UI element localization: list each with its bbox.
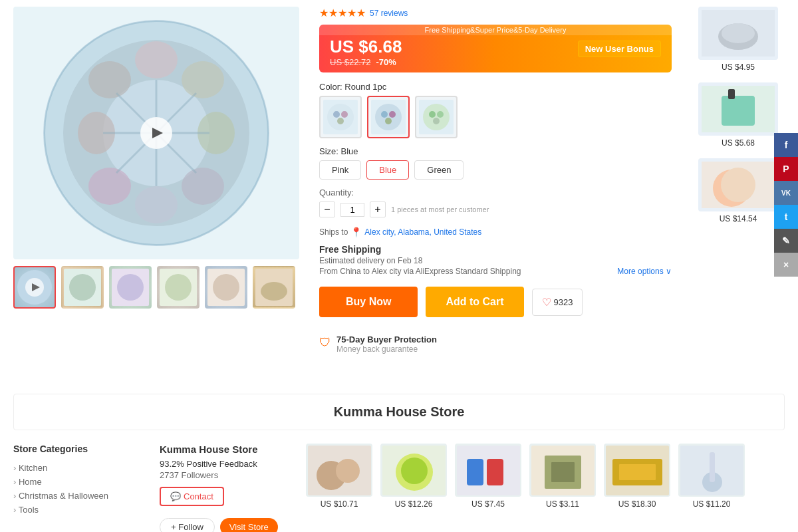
store-product-card-6[interactable]: US $11.20 (678, 444, 745, 532)
svg-point-38 (423, 104, 450, 130)
quantity-label: Quantity: (319, 188, 672, 198)
pinterest-share-button[interactable]: P (774, 157, 798, 181)
thumbnail-1[interactable] (13, 266, 56, 309)
category-kitchen[interactable]: Kitchen (13, 461, 146, 475)
buy-now-button[interactable]: Buy Now (319, 287, 418, 317)
wishlist-count: 9323 (554, 297, 573, 307)
shipping-location[interactable]: Alex city, Alabama, United States (364, 227, 481, 237)
svg-rect-58 (467, 459, 483, 485)
wishlist-button[interactable]: ♡ 9323 (532, 289, 583, 316)
review-count[interactable]: 57 reviews (370, 9, 408, 18)
image-gallery (13, 7, 299, 360)
sidebar-product-1[interactable]: US $4.95 (692, 7, 785, 72)
store-product-card-3[interactable]: US $7.45 (455, 444, 521, 532)
svg-rect-47 (728, 89, 735, 99)
svg-point-9 (135, 186, 178, 223)
store-title: Kumma House Store (13, 394, 785, 430)
store-product-img-1 (306, 444, 372, 497)
add-to-cart-button[interactable]: Add to Cart (426, 287, 523, 317)
svg-point-36 (389, 111, 396, 118)
size-btn-pink[interactable]: Pink (319, 160, 361, 180)
more-options-link[interactable]: More options ∨ (617, 267, 672, 276)
store-product-card-2[interactable]: US $12.26 (380, 444, 447, 532)
sidebar-price-2: US $5.68 (692, 138, 785, 148)
svg-point-10 (182, 168, 224, 205)
thumbnail-3[interactable] (109, 266, 152, 309)
sidebar-price-3: US $14.54 (692, 214, 785, 223)
store-product-card-5[interactable]: US $18.30 (604, 444, 670, 532)
follow-button[interactable]: Follow (160, 518, 215, 532)
sidebar-product-2[interactable]: US $5.68 (692, 82, 785, 148)
size-btn-blue[interactable]: Blue (366, 160, 409, 180)
action-buttons: Buy Now Add to Cart ♡ 9323 (319, 287, 672, 317)
category-christmas[interactable]: Christmas & Halloween (13, 489, 146, 503)
thumbnail-5[interactable] (205, 266, 247, 309)
svg-rect-59 (487, 459, 503, 485)
thumbnail-6[interactable] (253, 266, 295, 309)
swatch-inner-3 (419, 100, 454, 134)
svg-point-53 (336, 459, 360, 483)
category-home[interactable]: Home (13, 475, 146, 489)
protection-text: 75-Day Buyer Protection Money back guara… (336, 334, 437, 354)
svg-rect-46 (722, 96, 755, 126)
store-product-img-4 (529, 444, 596, 497)
store-body: Store Categories Kitchen Home Christmas … (13, 444, 785, 532)
store-product-card-1[interactable]: US $10.71 (306, 444, 372, 532)
quantity-decrease[interactable]: − (319, 201, 335, 217)
svg-point-34 (375, 104, 402, 130)
category-tools[interactable]: Tools (13, 503, 146, 517)
color-swatch-1[interactable] (319, 96, 362, 138)
close-share-button[interactable]: × (774, 253, 798, 277)
star-rating: ★★★★★ (319, 7, 366, 19)
store-product-card-4[interactable]: US $3.11 (529, 444, 596, 532)
quantity-note: 1 pieces at most per customer (391, 205, 489, 213)
discount-badge: -70% (376, 57, 396, 67)
contact-button[interactable]: 💬 Contact (160, 487, 224, 506)
original-price-row: US $22.72 -70% (330, 57, 402, 67)
edit-share-button[interactable]: ✎ (774, 229, 798, 253)
store-product-price-6: US $11.20 (678, 499, 745, 509)
thumbnail-4[interactable] (157, 266, 200, 309)
svg-point-23 (117, 274, 144, 301)
color-swatch-2[interactable] (367, 96, 410, 138)
location-pin-icon: 📍 (350, 227, 362, 237)
promo-banner: Free Shipping&Super Price&5-Day Delivery… (319, 25, 672, 72)
color-swatch-3[interactable] (415, 96, 458, 138)
thumbnail-row (13, 266, 299, 309)
svg-rect-62 (551, 462, 575, 482)
chat-icon: 💬 (170, 491, 181, 501)
svg-point-44 (722, 23, 755, 43)
store-product-img-5 (604, 444, 670, 497)
followers-count: 2737 Followers (160, 470, 293, 480)
protection-subtitle: Money back guarantee (336, 344, 437, 354)
quantity-input[interactable] (340, 203, 364, 217)
sidebar-product-3[interactable]: US $14.54 (692, 158, 785, 223)
original-price: US $22.72 (330, 57, 370, 67)
swatch-inner-1 (323, 100, 358, 134)
svg-point-29 (261, 282, 287, 301)
store-categories: Store Categories Kitchen Home Christmas … (13, 444, 146, 532)
heart-icon: ♡ (542, 296, 551, 309)
size-btn-green[interactable]: Green (414, 160, 464, 180)
vk-share-button[interactable]: VK (774, 181, 798, 205)
sidebar-product-img-1 (698, 7, 778, 60)
twitter-share-button[interactable]: t (774, 205, 798, 229)
svg-point-41 (433, 118, 440, 124)
store-categories-title: Store Categories (13, 444, 146, 454)
new-user-bonus: New User Bonus (578, 41, 661, 57)
shipping-info: Free Shipping Estimated delivery on Feb … (319, 244, 672, 276)
svg-point-30 (327, 104, 354, 130)
promo-top-text: Free Shipping&Super Price&5-Day Delivery (425, 26, 567, 34)
quantity-increase[interactable]: + (370, 201, 386, 217)
facebook-share-button[interactable]: f (774, 133, 798, 157)
store-product-price-2: US $12.26 (380, 499, 447, 509)
visit-store-button[interactable]: Visit Store (220, 518, 278, 532)
social-share-panel: f P VK t ✎ × (774, 133, 798, 277)
thumbnail-2[interactable] (61, 266, 104, 309)
product-section: ★★★★★ 57 reviews Free Shipping&Super Pri… (0, 0, 798, 367)
current-price: US $6.68 (330, 37, 402, 57)
store-product-img-6 (678, 444, 745, 497)
rating-bar: ★★★★★ 57 reviews (319, 7, 672, 19)
svg-rect-65 (619, 464, 656, 480)
delivery-info: Estimated delivery on Feb 18 (319, 256, 672, 265)
